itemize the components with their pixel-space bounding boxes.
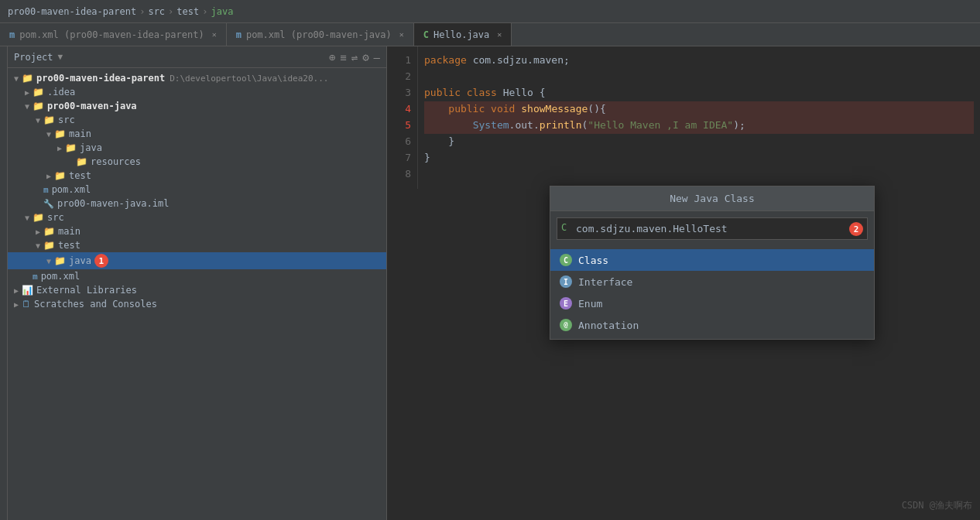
arrow-java2: ▼ bbox=[43, 257, 54, 265]
pom-mj-icon: m bbox=[43, 185, 49, 195]
tree-item-maven-java[interactable]: ▼ 📁 pro00-maven-java bbox=[8, 99, 386, 113]
java1-label: java bbox=[80, 142, 102, 153]
folder-icon-test1: 📁 bbox=[54, 170, 66, 181]
code-area[interactable]: 1 2 3 4 5 6 7 8 package com.sdjzu.maven;… bbox=[387, 46, 980, 520]
sidebar-title: Project ▼ bbox=[14, 52, 63, 63]
arrow-test2: ▼ bbox=[33, 241, 43, 250]
dialog-input-icon: C bbox=[561, 222, 567, 233]
dialog-item-class[interactable]: C Class bbox=[550, 249, 874, 271]
arrow-root: ▼ bbox=[11, 74, 22, 83]
watermark: CSDN @渔夫啊布 bbox=[902, 499, 972, 512]
tab-pom1-label: pom.xml (pro00-maven-idea-parent) bbox=[19, 29, 204, 40]
tree-item-pom-maven-java[interactable]: m pom.xml bbox=[8, 183, 386, 197]
tab-pom2-close[interactable]: ✕ bbox=[399, 30, 404, 39]
arrow-src1: ▼ bbox=[33, 116, 43, 125]
resources-label: resources bbox=[91, 156, 141, 167]
sync-icon[interactable]: ⊕ bbox=[329, 51, 335, 63]
pom-root-label: pom.xml bbox=[41, 271, 81, 282]
root-label: pro00-maven-idea-parent bbox=[36, 73, 165, 84]
folder-icon-java1: 📁 bbox=[65, 142, 77, 153]
src1-label: src bbox=[58, 115, 75, 125]
breadcrumb-project: pro00-maven-idea-parent bbox=[8, 6, 136, 17]
tree-item-java2[interactable]: ▼ 📁 java 1 bbox=[8, 252, 386, 269]
dialog-overlay: New Java Class C 2 C Class I Interface bbox=[387, 46, 980, 520]
folder-icon-main2: 📁 bbox=[43, 226, 55, 237]
tree-item-test1[interactable]: ▶ 📁 test bbox=[8, 169, 386, 183]
sidebar-header: Project ▼ ⊕ ≡ ⇌ ⚙ — bbox=[8, 46, 386, 68]
pom1-icon: m bbox=[9, 29, 15, 40]
tree-item-resources[interactable]: 📁 resources bbox=[8, 155, 386, 169]
tree-item-main1[interactable]: ▼ 📁 main bbox=[8, 127, 386, 141]
dialog-list: C Class I Interface E Enum @ bbox=[550, 246, 874, 339]
arrow-java1: ▶ bbox=[54, 144, 65, 152]
tree-item-pom-root[interactable]: m pom.xml bbox=[8, 269, 386, 283]
tree-item-idea[interactable]: ▶ 📁 .idea bbox=[8, 85, 386, 99]
folder-icon-maven-java: 📁 bbox=[33, 101, 44, 111]
src2-label: src bbox=[47, 212, 64, 223]
tab-pom1[interactable]: m pom.xml (pro00-maven-idea-parent) ✕ bbox=[0, 23, 227, 46]
root-path: D:\developertool\Java\idea20... bbox=[170, 74, 328, 84]
close-sidebar-icon[interactable]: — bbox=[374, 51, 380, 63]
file-tree: ▼ 📁 pro00-maven-idea-parent D:\developer… bbox=[8, 68, 386, 520]
tree-item-src1[interactable]: ▼ 📁 src bbox=[8, 113, 386, 127]
folder-icon-idea: 📁 bbox=[33, 87, 44, 98]
tree-item-src2[interactable]: ▼ 📁 src bbox=[8, 210, 386, 224]
expand-icon[interactable]: ⇌ bbox=[351, 51, 358, 63]
badge-2: 2 bbox=[849, 222, 863, 236]
tree-item-main2[interactable]: ▶ 📁 main bbox=[8, 224, 386, 238]
java2-label: java bbox=[69, 255, 91, 266]
sidebar: Project ▼ ⊕ ≡ ⇌ ⚙ — ▼ 📁 pro00-maven-idea… bbox=[8, 46, 387, 520]
ext-libs-label: External Libraries bbox=[36, 285, 137, 296]
dialog-item-interface[interactable]: I Interface bbox=[550, 271, 874, 292]
arrow-main2: ▶ bbox=[33, 228, 43, 236]
folder-icon-src1: 📁 bbox=[43, 115, 55, 125]
pom-root-icon: m bbox=[33, 272, 38, 282]
arrow-maven-java: ▼ bbox=[22, 102, 33, 111]
tree-item-java1[interactable]: ▶ 📁 java bbox=[8, 141, 386, 155]
arrow-src2: ▼ bbox=[22, 214, 33, 222]
interface-label: Interface bbox=[578, 276, 632, 288]
sidebar-actions: ⊕ ≡ ⇌ ⚙ — bbox=[329, 51, 380, 63]
tree-item-scratches[interactable]: ▶ 🗒 Scratches and Consoles bbox=[8, 297, 386, 311]
title-bar: pro00-maven-idea-parent › src › test › j… bbox=[0, 0, 980, 23]
breadcrumb-src: src bbox=[148, 6, 165, 17]
test2-label: test bbox=[58, 240, 81, 251]
scratches-label: Scratches and Consoles bbox=[34, 299, 157, 310]
breadcrumb-test: test bbox=[176, 6, 199, 17]
badge-1: 1 bbox=[94, 254, 108, 268]
annotation-icon: @ bbox=[560, 319, 572, 331]
settings-icon[interactable]: ⚙ bbox=[362, 51, 368, 63]
main2-label: main bbox=[58, 226, 81, 237]
ext-libs-icon: 📊 bbox=[22, 285, 33, 296]
tree-item-test2[interactable]: ▼ 📁 test bbox=[8, 238, 386, 252]
dialog-input-row: C 2 bbox=[550, 211, 874, 246]
dialog-item-annotation[interactable]: @ Annotation bbox=[550, 314, 874, 336]
breadcrumb-java: java bbox=[211, 6, 233, 17]
class-label: Class bbox=[578, 255, 608, 266]
enum-icon: E bbox=[560, 297, 572, 310]
folder-icon-java2: 📁 bbox=[54, 255, 66, 266]
tree-item-ext-libs[interactable]: ▶ 📊 External Libraries bbox=[8, 283, 386, 297]
dialog-item-enum[interactable]: E Enum bbox=[550, 292, 874, 314]
interface-icon: I bbox=[560, 275, 572, 288]
folder-icon-root: 📁 bbox=[22, 73, 33, 84]
dialog-title: New Java Class bbox=[550, 186, 874, 211]
arrow-main1: ▼ bbox=[43, 130, 54, 139]
tab-hello-close[interactable]: ✕ bbox=[497, 30, 502, 39]
main1-label: main bbox=[69, 128, 91, 139]
tab-pom2-label: pom.xml (pro00-maven-java) bbox=[246, 29, 392, 40]
folder-icon-src2: 📁 bbox=[33, 212, 44, 223]
class-name-input[interactable] bbox=[557, 217, 868, 240]
folder-icon-test2: 📁 bbox=[43, 240, 55, 251]
tab-pom2[interactable]: m pom.xml (pro00-maven-java) ✕ bbox=[227, 23, 414, 46]
collapse-icon[interactable]: ≡ bbox=[340, 51, 346, 63]
tab-bar: m pom.xml (pro00-maven-idea-parent) ✕ m … bbox=[0, 23, 980, 46]
annotation-label: Annotation bbox=[578, 320, 639, 331]
tab-hello-label: Hello.java bbox=[433, 29, 489, 40]
tab-pom1-close[interactable]: ✕ bbox=[212, 30, 217, 39]
pom2-icon: m bbox=[236, 29, 242, 40]
tree-item-root[interactable]: ▼ 📁 pro00-maven-idea-parent D:\developer… bbox=[8, 71, 386, 85]
iml-icon: 🔧 bbox=[43, 199, 54, 209]
tab-hello[interactable]: C Hello.java ✕ bbox=[414, 23, 512, 46]
tree-item-iml[interactable]: 🔧 pro00-maven-java.iml bbox=[8, 197, 386, 210]
